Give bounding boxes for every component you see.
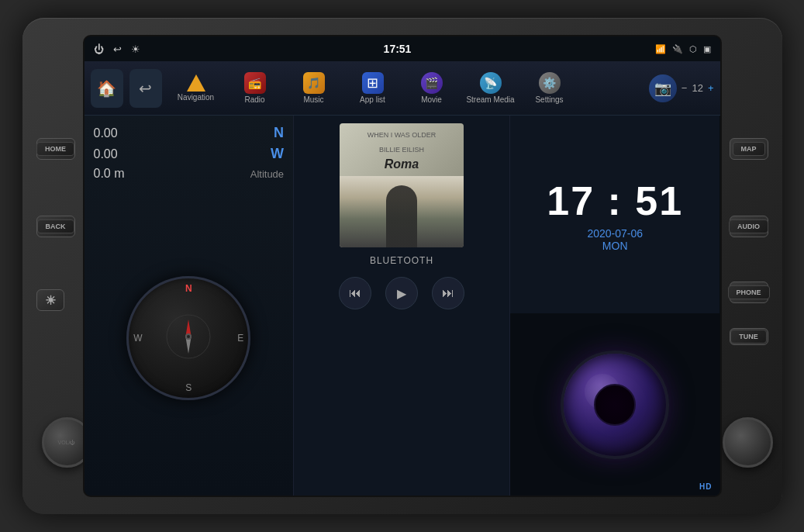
camera-section[interactable]: HD bbox=[510, 313, 720, 496]
gps-lng-dir: W bbox=[271, 146, 284, 162]
nav-item-settings[interactable]: ⚙️ Settings bbox=[522, 66, 578, 111]
screen: ⏻ ↩ ☀ 17:51 📶 🔌 ⬡ ▣ 🏠 ↩ Naviga bbox=[83, 35, 722, 497]
clock-date: 2020-07-06 bbox=[587, 227, 643, 240]
back-button[interactable]: BACK bbox=[36, 216, 75, 237]
settings-icon: ⚙️ bbox=[539, 72, 561, 94]
navigation-label: Navigation bbox=[178, 93, 214, 102]
stream-label: Stream Media bbox=[466, 95, 514, 104]
gps-lat-row: 0.00 N bbox=[94, 125, 285, 141]
phone-button[interactable]: PHONE bbox=[730, 282, 768, 303]
brightness-button[interactable]: ☀ bbox=[36, 289, 64, 311]
car-unit: HOME BACK ☀ MAP AUDIO PHONE TUNE VOL/⏻ ⏻… bbox=[22, 18, 782, 514]
home-button[interactable]: HOME bbox=[36, 138, 75, 160]
nav-item-radio[interactable]: 📻 Radio bbox=[227, 66, 283, 111]
gps-altitude-label: Altitude bbox=[250, 168, 284, 180]
compass-west: W bbox=[133, 333, 142, 344]
nav-item-applist[interactable]: ⊞ App list bbox=[345, 66, 401, 111]
vol-label: VOL/⏻ bbox=[58, 440, 76, 445]
nav-item-music[interactable]: 🎵 Music bbox=[286, 66, 342, 111]
music-panel: WHEN I WAS OLDER BILLIE EILISH Roma BLUE… bbox=[294, 116, 510, 496]
compass-east: E bbox=[237, 333, 243, 344]
rotate-icon[interactable]: ↩ bbox=[113, 43, 122, 55]
status-left: ⏻ ↩ ☀ bbox=[94, 43, 140, 55]
back-nav-button[interactable]: ↩ bbox=[129, 69, 162, 108]
gps-lat-dir: N bbox=[274, 125, 284, 141]
stream-icon: 📡 bbox=[480, 72, 502, 94]
prev-track-button[interactable]: ⏮ bbox=[339, 277, 371, 309]
album-background-art bbox=[340, 176, 464, 247]
album-song-title: WHEN I WAS OLDER bbox=[364, 128, 440, 143]
usb-icon: 🔌 bbox=[672, 44, 683, 54]
tune-button[interactable]: TUNE bbox=[730, 328, 768, 345]
main-content: 0.00 N 0.00 W 0.0 m Altitude N bbox=[85, 116, 720, 496]
compass-needle bbox=[165, 313, 212, 363]
gps-lat-value: 0.00 bbox=[94, 126, 118, 140]
map-button[interactable]: MAP bbox=[730, 138, 768, 160]
compass: N S E W bbox=[126, 276, 250, 400]
album-art: WHEN I WAS OLDER BILLIE EILISH Roma bbox=[340, 123, 464, 247]
gps-info: 0.00 N 0.00 W 0.0 m Altitude bbox=[94, 125, 285, 181]
album-name: Roma bbox=[364, 157, 440, 171]
gps-altitude-value: 0.0 m bbox=[94, 167, 125, 181]
status-bar: ⏻ ↩ ☀ 17:51 📶 🔌 ⬡ ▣ bbox=[85, 36, 720, 61]
movie-icon: 🎬 bbox=[421, 72, 443, 94]
radio-icon: 📻 bbox=[244, 72, 266, 94]
play-icon: ▶ bbox=[397, 286, 406, 301]
brightness-icon[interactable]: ☀ bbox=[131, 43, 140, 55]
status-right: 📶 🔌 ⬡ ▣ bbox=[655, 44, 711, 54]
gps-altitude-row: 0.0 m Altitude bbox=[94, 167, 285, 181]
music-source: BLUETOOTH bbox=[370, 255, 433, 266]
applist-icon: ⊞ bbox=[362, 72, 384, 94]
screen-icon: ▣ bbox=[703, 44, 711, 54]
wifi-icon: 📶 bbox=[655, 44, 666, 54]
status-time: 17:51 bbox=[384, 43, 412, 55]
gps-lng-row: 0.00 W bbox=[94, 146, 285, 162]
compass-north: N bbox=[185, 283, 192, 294]
play-pause-button[interactable]: ▶ bbox=[385, 277, 418, 309]
home-nav-button[interactable]: 🏠 bbox=[91, 69, 123, 108]
clock-section: 17 : 51 2020-07-06 MON bbox=[510, 116, 720, 313]
next-icon: ⏭ bbox=[442, 286, 454, 300]
clock-day: MON bbox=[602, 240, 628, 252]
volume-display: 12 bbox=[692, 82, 702, 94]
clock-time: 17 : 51 bbox=[547, 178, 683, 224]
nav-item-stream[interactable]: 📡 Stream Media bbox=[463, 66, 519, 111]
nav-item-navigation[interactable]: Navigation bbox=[168, 66, 224, 111]
movie-label: Movie bbox=[421, 95, 442, 104]
prev-icon: ⏮ bbox=[349, 286, 361, 300]
volume-control: 📷 − 12 + bbox=[649, 74, 714, 102]
power-icon[interactable]: ⏻ bbox=[94, 43, 104, 55]
audio-button[interactable]: AUDIO bbox=[730, 216, 768, 237]
compass-container: N S E W bbox=[94, 190, 285, 486]
music-controls: ⏮ ▶ ⏭ bbox=[339, 277, 464, 309]
svg-point-4 bbox=[187, 335, 190, 338]
camera-hd-label: HD bbox=[699, 482, 712, 491]
navigation-icon bbox=[187, 74, 205, 92]
nav-bar: 🏠 ↩ Navigation 📻 Radio 🎵 Music bbox=[85, 61, 720, 116]
music-label: Music bbox=[303, 95, 323, 104]
album-artist-name: BILLIE EILISH bbox=[364, 143, 440, 157]
right-panel: 17 : 51 2020-07-06 MON HD bbox=[510, 116, 720, 496]
camera-lens bbox=[561, 351, 669, 459]
camera-nav-icon[interactable]: 📷 bbox=[649, 74, 677, 102]
compass-south: S bbox=[185, 382, 192, 393]
nav-item-movie[interactable]: 🎬 Movie bbox=[404, 66, 460, 111]
volume-plus[interactable]: + bbox=[708, 82, 714, 94]
volume-minus[interactable]: − bbox=[682, 82, 688, 94]
settings-label: Settings bbox=[535, 95, 563, 104]
bluetooth-icon: ⬡ bbox=[689, 44, 697, 54]
next-track-button[interactable]: ⏭ bbox=[432, 277, 464, 309]
applist-label: App list bbox=[360, 95, 385, 104]
album-figure bbox=[386, 185, 417, 247]
radio-label: Radio bbox=[244, 95, 264, 104]
music-icon: 🎵 bbox=[303, 72, 325, 94]
gps-panel: 0.00 N 0.00 W 0.0 m Altitude N bbox=[85, 116, 295, 496]
gps-lng-value: 0.00 bbox=[94, 147, 118, 161]
tune-knob[interactable] bbox=[723, 417, 773, 468]
